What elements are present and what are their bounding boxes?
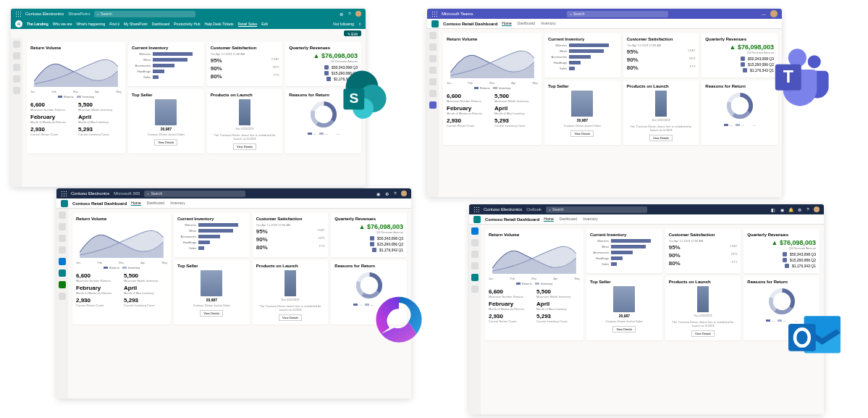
svg-text:T: T xyxy=(783,67,794,86)
chat-icon[interactable] xyxy=(429,43,437,51)
waffle-icon[interactable] xyxy=(15,11,21,17)
not-following[interactable]: Not following xyxy=(333,22,354,26)
view-details-button[interactable]: View Details xyxy=(279,314,302,321)
calendar-icon[interactable] xyxy=(429,67,437,74)
more-icon[interactable] xyxy=(471,285,479,293)
search-input[interactable]: Search xyxy=(144,191,245,197)
sidebar-icon[interactable] xyxy=(13,87,20,94)
tab-inventory[interactable]: Inventory xyxy=(170,201,185,206)
view-details-button[interactable]: View Details xyxy=(233,143,256,150)
search-input[interactable]: Search xyxy=(94,11,195,17)
tab-inventory[interactable]: Inventory xyxy=(541,21,556,26)
calendar-icon[interactable] xyxy=(471,239,479,246)
tab-dashboard[interactable]: Dashboard xyxy=(147,201,164,206)
nav-item[interactable]: What's happening xyxy=(76,22,105,26)
satisfaction-card: Customer Satisfaction Tue Apr 11 2023 12… xyxy=(207,42,283,86)
org-name: Contoso Electronics xyxy=(71,191,109,196)
help-icon[interactable]: ? xyxy=(392,191,398,196)
tab-home[interactable]: Home xyxy=(502,21,511,26)
help-icon[interactable]: ? xyxy=(347,11,353,17)
settings-icon[interactable]: ⚙ xyxy=(384,191,389,196)
app-icon[interactable] xyxy=(429,101,437,109)
card-title: Return Volume xyxy=(30,46,122,50)
word-icon[interactable] xyxy=(59,258,66,265)
view-details-button[interactable]: View Details xyxy=(612,326,636,333)
icon[interactable]: ◉ xyxy=(375,191,381,196)
more-icon[interactable]: ⋯ xyxy=(762,12,766,17)
help-icon[interactable]: ? xyxy=(805,206,811,212)
tab-home[interactable]: Home xyxy=(544,217,553,222)
people-icon[interactable] xyxy=(471,251,479,258)
avatar[interactable] xyxy=(814,206,819,212)
page-header: Contoso Retail Dashboard Home Dashboard … xyxy=(56,198,411,209)
calls-icon[interactable] xyxy=(429,78,437,85)
content-icon[interactable] xyxy=(59,235,66,242)
nav-item[interactable]: Who we are xyxy=(53,22,72,26)
tab-dashboard[interactable]: Dashboard xyxy=(560,217,577,222)
ppt-icon[interactable] xyxy=(59,281,66,288)
settings-icon[interactable]: ⚙ xyxy=(796,206,802,212)
nav-item[interactable]: Dashboard xyxy=(152,22,169,26)
todo-icon[interactable] xyxy=(471,274,479,281)
revenue-card: Quarterly Revenues ▲ $76,098,003 Q4 Reve… xyxy=(331,213,407,257)
nav-item[interactable]: Help Desk Tickets xyxy=(205,22,234,26)
teams-icon[interactable] xyxy=(429,55,437,62)
m365-window: Contoso Electronics Microsoft 365 Search… xyxy=(56,188,411,398)
avatar[interactable] xyxy=(401,191,407,196)
view-details-button[interactable]: View Details xyxy=(649,135,673,141)
mail-icon[interactable] xyxy=(471,227,479,235)
waffle-icon[interactable] xyxy=(431,11,437,17)
svg-point-21 xyxy=(808,55,821,68)
view-details-button[interactable]: View Details xyxy=(691,330,715,337)
tab-dashboard[interactable]: Dashboard xyxy=(518,21,535,26)
sidebar-icon[interactable] xyxy=(13,75,20,83)
site-logo-icon[interactable]: H xyxy=(15,20,22,28)
waffle-icon[interactable] xyxy=(473,206,479,212)
notif-icon[interactable]: 🔔 xyxy=(788,206,793,212)
sidebar-icon[interactable] xyxy=(13,52,20,59)
card-title: Customer Satisfaction xyxy=(211,46,279,50)
view-details-button[interactable]: View Details xyxy=(200,310,223,317)
sharepoint-window: Contoso Electronics SharePoint Search ⚙ … xyxy=(11,9,366,187)
view-details-button[interactable]: View Details xyxy=(154,139,177,146)
nav-item[interactable]: Edit xyxy=(261,22,268,26)
files-icon[interactable] xyxy=(471,262,479,269)
sidebar-icon[interactable] xyxy=(13,41,20,48)
feed-icon[interactable] xyxy=(59,246,66,254)
edit-button[interactable]: ✎ Edit xyxy=(344,30,361,36)
create-icon[interactable] xyxy=(59,223,66,230)
search-input[interactable]: Search xyxy=(546,206,647,213)
files-icon[interactable] xyxy=(429,90,437,97)
home-icon[interactable] xyxy=(59,212,66,219)
teams-sidebar xyxy=(427,29,439,197)
excel-icon[interactable] xyxy=(59,269,66,277)
nav-item[interactable]: Productivity Hub xyxy=(174,22,200,26)
avatar[interactable] xyxy=(355,11,361,17)
more-icon[interactable] xyxy=(59,293,66,300)
dashboard-content: Return Volume Jan Feb Mar Apr May Return… xyxy=(439,29,782,197)
tab-inventory[interactable]: Inventory xyxy=(583,217,598,222)
share-icon[interactable]: ⇪ xyxy=(358,22,361,26)
waffle-icon[interactable] xyxy=(61,191,67,196)
activity-icon[interactable] xyxy=(429,32,437,39)
sidebar-icon[interactable] xyxy=(13,64,20,71)
search-input[interactable]: Search xyxy=(567,11,668,17)
svg-text:S: S xyxy=(349,91,358,106)
icon[interactable]: ◉ xyxy=(779,206,785,212)
satisfaction-card: Customer Satisfaction Tue Apr 11 2023 12… xyxy=(623,33,699,78)
inventory-card: Current Inventory WomensMensAccessoriesH… xyxy=(174,213,250,257)
nav-item[interactable]: Retail Sales xyxy=(238,22,258,27)
cs-rows: 95%CSAT90%NPS80%FTS xyxy=(256,228,325,251)
view-details-button[interactable]: View Details xyxy=(570,130,594,137)
settings-icon[interactable]: ⚙ xyxy=(338,11,344,17)
jeans-image xyxy=(655,91,667,117)
avatar[interactable] xyxy=(770,10,778,17)
tab-home[interactable]: Home xyxy=(131,201,140,206)
launch-card: Products on Launch Sat 5/20/2023 The 'Co… xyxy=(253,260,329,325)
sp-sitebar: H The Landing Who we are What's happenin… xyxy=(11,19,366,29)
nav-item[interactable]: Find it xyxy=(109,22,119,26)
jacket-image xyxy=(613,286,635,312)
nav-item[interactable]: My SharePoint xyxy=(124,22,148,26)
cs-rows: 95%CSAT90%NPS80%FTS xyxy=(627,49,696,71)
icon[interactable]: ◧ xyxy=(770,206,776,212)
